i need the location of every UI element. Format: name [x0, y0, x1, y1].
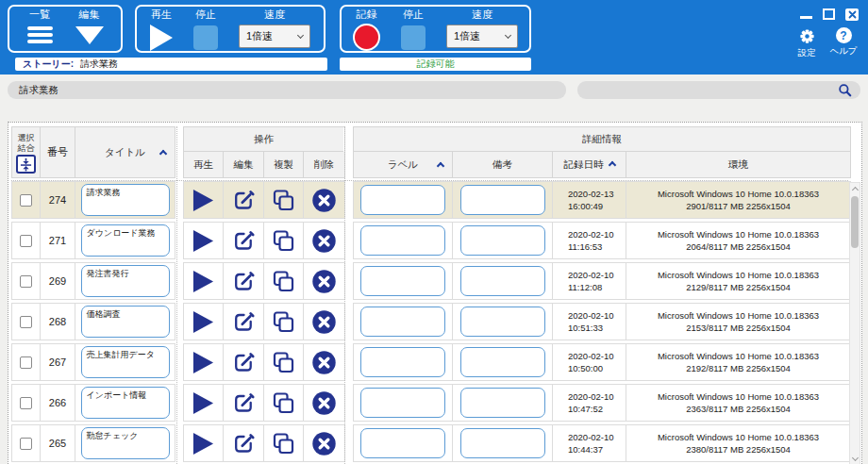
row-checkbox[interactable]	[20, 356, 32, 369]
maximize-button[interactable]	[823, 8, 835, 20]
play-button[interactable]: 再生	[150, 8, 173, 51]
story-field[interactable]: ストーリー: 請求業務	[15, 58, 327, 71]
scrollbar-thumb[interactable]	[851, 196, 859, 248]
row-checkbox[interactable]	[20, 438, 32, 450]
play-button[interactable]	[192, 309, 215, 335]
duplicate-button[interactable]	[271, 269, 296, 294]
edit-button[interactable]	[231, 350, 257, 375]
header-section-operations: 操作 再生 編集 複製 削除	[183, 126, 345, 178]
play-button[interactable]	[192, 390, 215, 416]
scroll-down-button[interactable]	[850, 454, 860, 464]
row-environment: Microsoft Windows 10 Home 10.0.18363 236…	[626, 385, 850, 421]
x-circle-icon	[311, 228, 337, 254]
stop-button[interactable]: 停止	[193, 8, 218, 50]
delete-button[interactable]	[311, 269, 337, 294]
chevron-down-icon	[505, 31, 511, 38]
label-input[interactable]	[360, 428, 445, 458]
edit-button[interactable]	[231, 431, 257, 456]
merge-button[interactable]	[16, 155, 36, 174]
search-input[interactable]	[577, 81, 860, 99]
copy-icon	[271, 269, 296, 294]
play-button[interactable]	[192, 269, 215, 294]
settings-button[interactable]: 設定	[791, 27, 823, 58]
list-button[interactable]: 一覧	[27, 8, 53, 43]
edit-button[interactable]: 編集	[75, 8, 104, 44]
play-column-header[interactable]: 再生	[184, 152, 224, 177]
record-button[interactable]: 記録	[353, 8, 380, 51]
row-recorded-at: 2020-02-10 11:12:08	[553, 263, 626, 299]
play-button[interactable]	[192, 188, 215, 213]
remarks-input[interactable]	[460, 347, 545, 377]
environment-line2: 2380/8117 MB 2256x1504	[686, 443, 791, 456]
remarks-input[interactable]	[460, 185, 545, 215]
duplicate-column-header[interactable]: 複製	[264, 152, 304, 177]
duplicate-button[interactable]	[271, 390, 296, 416]
delete-button[interactable]	[311, 188, 337, 213]
duplicate-button[interactable]	[271, 431, 296, 456]
row-duplicate-cell	[264, 385, 304, 421]
recorded-at-column-header[interactable]: 記録日時	[553, 152, 626, 177]
record-speed-label: 速度	[472, 8, 492, 21]
label-input[interactable]	[360, 185, 445, 215]
row-checkbox[interactable]	[20, 235, 32, 247]
delete-button[interactable]	[311, 228, 337, 254]
edit-button[interactable]	[231, 188, 257, 213]
remarks-input[interactable]	[460, 428, 545, 458]
label-column-header[interactable]: ラベル	[354, 152, 453, 177]
title-input[interactable]: 勤怠チェック	[81, 427, 170, 459]
minimize-button[interactable]	[800, 16, 812, 19]
title-input[interactable]: 請求業務	[81, 184, 170, 216]
edit-column-header[interactable]: 編集	[224, 152, 264, 177]
record-speed-select[interactable]: 1倍速	[446, 25, 518, 48]
row-play-cell	[184, 425, 224, 461]
table-row: 268 価格調査	[11, 303, 861, 340]
play-button[interactable]	[192, 228, 215, 254]
remarks-input[interactable]	[460, 266, 545, 296]
speed-control: 速度 1倍速	[239, 8, 310, 48]
label-input[interactable]	[360, 388, 445, 418]
duplicate-button[interactable]	[271, 228, 296, 254]
delete-button[interactable]	[311, 390, 337, 416]
edit-button[interactable]	[231, 390, 257, 416]
edit-button[interactable]	[231, 228, 257, 254]
label-input[interactable]	[360, 266, 445, 296]
delete-column-header[interactable]: 削除	[304, 152, 344, 177]
vertical-scrollbar[interactable]	[849, 182, 860, 464]
play-button[interactable]	[192, 431, 215, 456]
row-checkbox[interactable]	[20, 275, 32, 288]
delete-button[interactable]	[311, 431, 337, 456]
title-column-header[interactable]: タイトル	[75, 127, 175, 177]
duplicate-button[interactable]	[271, 188, 296, 213]
title-input[interactable]: ダウンロード業務	[81, 224, 170, 257]
close-button[interactable]	[845, 8, 859, 21]
label-input[interactable]	[360, 347, 445, 377]
speed-select[interactable]: 1倍速	[239, 25, 310, 48]
record-stop-button[interactable]: 停止	[401, 8, 426, 50]
help-button[interactable]: ? ヘルプ	[826, 27, 861, 57]
label-input[interactable]	[360, 225, 445, 256]
remarks-input[interactable]	[460, 388, 545, 418]
duplicate-button[interactable]	[271, 350, 296, 375]
row-section-details: 2020-02-10 10:44:37 Microsoft Windows 10…	[353, 424, 851, 462]
remarks-input[interactable]	[460, 307, 545, 337]
story-filter-input[interactable]: 請求業務	[8, 81, 566, 99]
title-input[interactable]: 売上集計用データ	[81, 346, 170, 378]
remarks-input[interactable]	[460, 225, 545, 256]
delete-button[interactable]	[311, 350, 337, 375]
edit-button[interactable]	[231, 269, 257, 294]
edit-button[interactable]	[231, 309, 257, 335]
delete-button[interactable]	[311, 309, 337, 335]
title-input[interactable]: インポート情報	[81, 387, 170, 419]
title-input[interactable]: 発注書発行	[81, 265, 170, 297]
row-checkbox[interactable]	[20, 316, 32, 328]
title-input[interactable]: 価格調査	[81, 306, 170, 338]
row-checkbox[interactable]	[20, 397, 32, 409]
scroll-up-button[interactable]	[850, 183, 860, 194]
label-input[interactable]	[360, 307, 445, 337]
environment-column-header[interactable]: 環境	[626, 152, 850, 177]
row-checkbox[interactable]	[20, 194, 32, 207]
play-button[interactable]	[192, 350, 215, 375]
number-column-header[interactable]: 番号	[41, 127, 75, 177]
remarks-column-header[interactable]: 備考	[453, 152, 553, 177]
duplicate-button[interactable]	[271, 309, 296, 335]
